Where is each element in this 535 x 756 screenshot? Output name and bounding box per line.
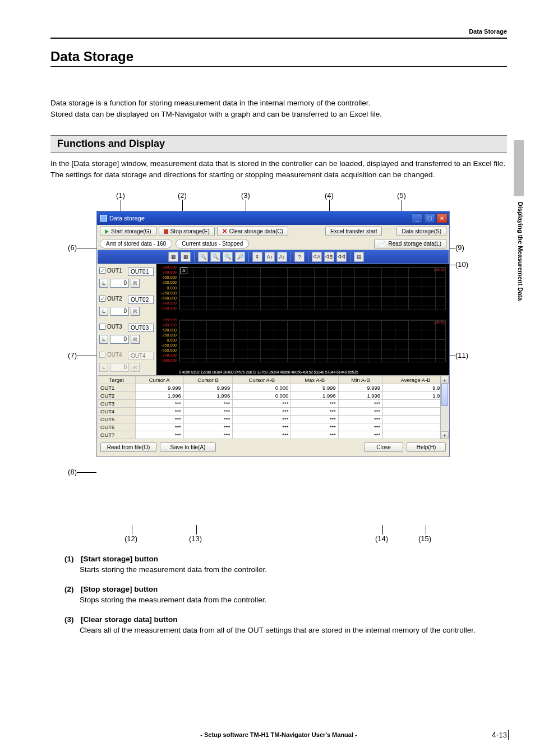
- intro-line2: Stored data can be displayed on TM-Navig…: [50, 110, 382, 118]
- read-storage-button[interactable]: 📄Read storage data(L): [374, 239, 446, 248]
- grid-scrollbar[interactable]: ▴ ▾: [440, 376, 449, 439]
- minimize-button[interactable]: _: [412, 213, 423, 223]
- out-settings-panel: ✓OUT1OUT01L0R✓OUT2OUT02L0ROUT3OUT03L0ROU…: [97, 264, 156, 375]
- out-value-field[interactable]: 0: [110, 307, 129, 316]
- y-tick-label: -500.000: [158, 296, 177, 300]
- section-heading: Functions and Display: [50, 135, 507, 153]
- graph-upper[interactable]: 999.999749.999500.000250.0000.000-250.00…: [158, 265, 448, 317]
- grid-value-cell: 1.996: [383, 392, 449, 400]
- toolbar-row-2: Amt of stored data - 160 Current status …: [97, 237, 449, 250]
- cursor-b-icon[interactable]: ᐊB: [324, 252, 334, 262]
- footer-title: - Setup software TM-H1 TM-Navigator User…: [200, 731, 357, 738]
- help-button[interactable]: Help(H): [407, 442, 446, 452]
- tool-icon[interactable]: ▦: [181, 252, 191, 262]
- close-dialog-button[interactable]: Close: [364, 442, 403, 452]
- grid-value-cell: 0.000: [233, 384, 291, 392]
- scroll-down-icon[interactable]: ▾: [441, 431, 449, 439]
- r-button[interactable]: R: [131, 363, 140, 372]
- save-to-file-button[interactable]: Save to file(A): [160, 442, 216, 452]
- grid-value-cell: ***: [233, 431, 291, 439]
- grid-header: Min A-B: [338, 376, 382, 384]
- callout-9: (9): [455, 243, 464, 252]
- l-button[interactable]: L: [99, 363, 108, 372]
- grid-header: Cursor A: [135, 376, 183, 384]
- zoom-tool-icon[interactable]: 🔎: [235, 252, 245, 262]
- footer-tick: [508, 730, 509, 740]
- l-button[interactable]: L: [99, 335, 108, 344]
- out-name-field[interactable]: OUT03: [128, 324, 154, 332]
- y-tick-label: -749.999: [158, 353, 177, 357]
- grid-value-cell: ***: [291, 431, 338, 439]
- tool-icon[interactable]: ⇕: [252, 252, 262, 262]
- excel-transfer-button[interactable]: Excel transfer start: [325, 227, 382, 236]
- unit-label: (mm): [434, 320, 445, 325]
- out-name-field[interactable]: OUT02: [128, 296, 154, 304]
- grid-value-cell: ***: [183, 431, 232, 439]
- table-row[interactable]: OUT6******************: [98, 423, 449, 431]
- read-from-file-button[interactable]: Read from file(O): [100, 442, 156, 452]
- page-footer: - Setup software TM-H1 TM-Navigator User…: [50, 727, 507, 739]
- l-button[interactable]: L: [99, 307, 108, 316]
- out-checkbox[interactable]: ✓: [99, 268, 105, 274]
- zoom-tool-icon[interactable]: 🔍: [223, 252, 233, 262]
- header-rule: [50, 38, 507, 39]
- maximize-button[interactable]: □: [424, 213, 435, 223]
- data-storage-button[interactable]: Data storage(S): [396, 227, 446, 236]
- callout-line: [450, 248, 455, 248]
- table-row[interactable]: OUT4******************: [98, 408, 449, 416]
- grid-target-cell: OUT1: [98, 384, 136, 392]
- stop-storage-button[interactable]: Stop storage(E): [159, 227, 215, 236]
- grid-value-cell: ***: [291, 416, 338, 423]
- grid-value-cell: ***: [233, 408, 291, 416]
- tool-icon[interactable]: A↕: [265, 252, 275, 262]
- callout-line: [426, 525, 426, 534]
- grid-target-cell: OUT7: [98, 431, 136, 439]
- cursor-ab-icon[interactable]: ᐊᐊ: [336, 252, 347, 262]
- table-row[interactable]: OUT3******************: [98, 400, 449, 408]
- out-checkbox[interactable]: ✓: [99, 296, 105, 302]
- disk-icon: 📄: [379, 241, 386, 247]
- l-button[interactable]: L: [99, 279, 108, 288]
- zoom-out-icon[interactable]: 🔍: [210, 252, 220, 262]
- out-value-field[interactable]: 0: [110, 279, 129, 288]
- scroll-thumb[interactable]: [441, 384, 448, 406]
- table-row[interactable]: OUT21.9961.9960.0001.9961.9961.996: [98, 392, 449, 400]
- r-button[interactable]: R: [131, 307, 140, 316]
- r-button[interactable]: R: [131, 279, 140, 288]
- results-grid: TargetCursor ACursor BCursor A-BMax A-BM…: [98, 376, 449, 439]
- close-button[interactable]: ×: [436, 213, 448, 223]
- graph-lower[interactable]: 999.999749.999500.000250.0000.000-250.00…: [158, 318, 448, 370]
- table-row[interactable]: OUT5******************: [98, 416, 449, 423]
- help-icon[interactable]: ?: [294, 252, 305, 262]
- out-value-field[interactable]: 0: [110, 335, 129, 344]
- grid-value-cell: ***: [135, 400, 183, 408]
- y-tick-label: -500.000: [158, 348, 177, 352]
- desc-term: [Clear storage data] button: [81, 615, 178, 625]
- grid-icon[interactable]: ▤: [354, 252, 364, 262]
- zoom-in-icon[interactable]: 🔍: [198, 252, 208, 262]
- description-item: (2)[Stop storage] buttonStops storing th…: [64, 584, 501, 606]
- out-checkbox[interactable]: [99, 324, 105, 330]
- table-row[interactable]: OUT7******************: [98, 431, 449, 439]
- out-checkbox[interactable]: [99, 352, 105, 358]
- out-value-field[interactable]: 0: [110, 363, 129, 372]
- out-name-field[interactable]: OUT01: [128, 268, 154, 276]
- scroll-up-icon[interactable]: ▴: [441, 376, 449, 384]
- tool-icon[interactable]: ▦: [168, 252, 178, 262]
- grid-target-cell: OUT4: [98, 408, 136, 416]
- grid-value-cell: 9.999: [291, 384, 338, 392]
- grid-value-cell: 0.000: [233, 392, 291, 400]
- clear-storage-button[interactable]: ✕Clear storage data(C): [217, 227, 288, 236]
- start-storage-button[interactable]: Start storage(G): [100, 227, 156, 236]
- y-tick-label: 999.999: [158, 265, 177, 269]
- titlebar[interactable]: Data storage _ □ ×: [97, 211, 449, 225]
- page-title: Data Storage: [50, 49, 507, 64]
- tool-icon[interactable]: A↕: [277, 252, 287, 262]
- cursor-a-marker[interactable]: A: [181, 268, 187, 274]
- out-name-field[interactable]: OUT4: [128, 352, 154, 360]
- cursor-a-icon[interactable]: ᐊA: [312, 252, 322, 262]
- r-button[interactable]: R: [131, 335, 140, 344]
- grid-value-cell: 1.996: [183, 392, 232, 400]
- table-row[interactable]: OUT19.9999.9990.0009.9999.9999.999: [98, 384, 449, 392]
- x-icon: ✕: [222, 229, 227, 234]
